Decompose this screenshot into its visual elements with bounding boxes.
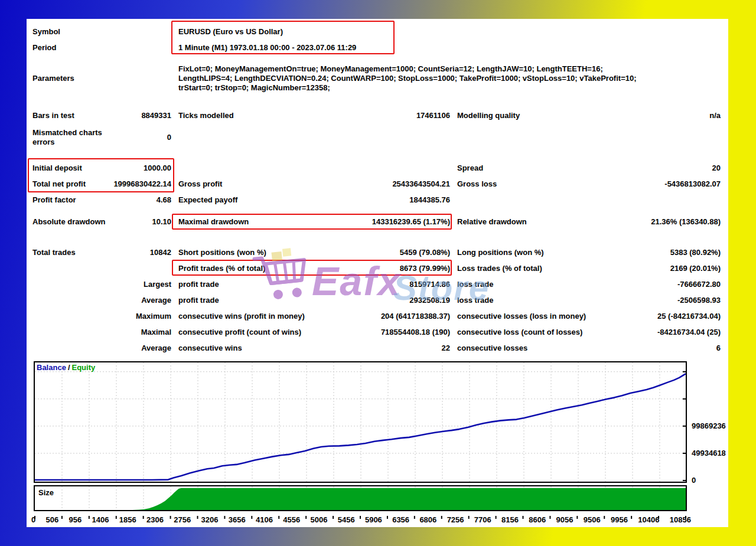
report-row: Profit trades (% of total)8673 (79.99%)L… — [32, 260, 721, 276]
size-chart-svg — [35, 486, 686, 510]
x-axis-label: 2756 — [174, 515, 191, 524]
x-axis-label: 10856 — [670, 515, 691, 524]
report-cell: Long positions (won %) — [450, 248, 575, 257]
legend-balance: Balance — [37, 363, 66, 372]
legend-separator: / — [66, 363, 72, 372]
report-row: Profit factor4.68Expected payoff1844385.… — [32, 192, 721, 208]
report-cell: 2169 (20.01%) — [575, 264, 721, 273]
report-cell: 1000.00 — [109, 164, 171, 173]
report-cell: Short positions (won %) — [171, 248, 302, 257]
report-cell: -5436813082.07 — [575, 179, 721, 189]
x-axis-labels: 0506956140618562306275632063656410645565… — [31, 515, 691, 524]
x-axis-label: 7256 — [447, 515, 464, 524]
report-row: Maximalconsecutive profit (count of wins… — [32, 324, 721, 340]
report-cell: loss trade — [450, 296, 575, 305]
x-axis-label: 6356 — [392, 515, 409, 524]
x-axis-label: 9956 — [611, 515, 628, 524]
report-cell: n/a — [575, 111, 721, 120]
report-cell: FixLot=0; MoneyManagementOn=true; MoneyM… — [171, 64, 721, 93]
report-cell: 8849331 — [109, 111, 171, 120]
x-axis-label: 2306 — [146, 515, 164, 524]
report-cell: profit trade — [171, 296, 302, 305]
x-axis-label: 0 — [31, 515, 35, 524]
report-cell: Absolute drawdown — [32, 217, 109, 227]
report-cell: Gross loss — [450, 179, 575, 189]
x-axis-ticks — [34, 512, 687, 515]
report-cell: 25433643504.21 — [302, 179, 450, 189]
report-cell: 22 — [302, 344, 450, 353]
report-cell: Bars in test — [32, 111, 109, 120]
report-cell: Maximal drawdown — [171, 217, 302, 227]
report-row: Period1 Minute (M1) 1973.01.18 00:00 - 2… — [32, 40, 721, 55]
report-cell: EURUSD (Euro vs US Dollar) — [171, 27, 721, 37]
report-cell: Maximum — [109, 312, 171, 321]
report-row: Absolute drawdown10.10Maximal drawdown14… — [32, 208, 721, 236]
report-cell: 204 (641718388.37) — [302, 312, 450, 321]
balance-chart-svg — [35, 362, 686, 482]
report-cell: -2506598.93 — [575, 296, 721, 305]
report-cell: 10.10 — [109, 217, 171, 227]
x-axis-label: 1406 — [92, 515, 109, 524]
report-table: SymbolEURUSD (Euro vs US Dollar)Period1 … — [27, 19, 728, 356]
report-row: ParametersFixLot=0; MoneyManagementOn=tr… — [32, 55, 721, 102]
x-axis-label: 3206 — [201, 515, 219, 524]
report-cell: 19996830422.14 — [109, 179, 171, 189]
x-axis-label: 1856 — [119, 515, 136, 524]
report-cell: profit trade — [171, 280, 302, 289]
x-axis-label: 9506 — [584, 515, 601, 524]
report-cell: Relative drawdown — [450, 217, 575, 227]
y-axis-label: 99869236 — [692, 421, 726, 430]
y-axis-labels: 99869236499346180 — [692, 361, 728, 483]
strategy-tester-report: { "report": { "rows": [ {"wide":true, "c… — [0, 0, 756, 546]
report-cell: consecutive losses (loss in money) — [450, 312, 575, 321]
report-cell: Mismatched charts errors — [32, 128, 109, 147]
report-cell: 17461106 — [302, 111, 450, 120]
report-cell: Spread — [450, 164, 575, 173]
x-axis-label: 8156 — [501, 515, 519, 524]
y-axis-label: 49934618 — [692, 449, 726, 457]
report-cell: Parameters — [32, 74, 109, 83]
report-cell: Initial deposit — [32, 164, 109, 173]
report-row: Total net profit19996830422.14Gross prof… — [32, 176, 721, 192]
report-cell: 1844385.76 — [302, 195, 450, 205]
report-cell: consecutive loss (count of losses) — [450, 328, 575, 337]
report-cell: -84216734.04 (25) — [575, 328, 721, 337]
x-axis-label: 956 — [69, 515, 82, 524]
report-row: Initial deposit1000.00Spread20 — [32, 160, 721, 176]
report-row: Mismatched charts errors0 — [32, 123, 721, 152]
report-row: Largestprofit trade8159714.86loss trade-… — [32, 276, 721, 292]
report-row: Bars in test8849331Ticks modelled1746110… — [32, 107, 721, 123]
x-axis-label: 8606 — [529, 515, 546, 524]
report-cell: 25 (-84216734.04) — [575, 312, 721, 321]
report-cell: Profit trades (% of total) — [171, 264, 302, 273]
x-axis-label: 5456 — [338, 515, 355, 524]
report-cell: 2932508.19 — [302, 296, 450, 305]
report-cell: 5459 (79.08%) — [302, 248, 450, 257]
report-cell: Period — [32, 43, 109, 53]
report-cell: Largest — [109, 280, 171, 289]
report-cell: -7666672.80 — [575, 280, 721, 289]
x-axis-label: 4106 — [256, 515, 273, 524]
report-cell: 20 — [575, 164, 721, 173]
report-cell: 10842 — [109, 248, 171, 257]
report-cell: 1 Minute (M1) 1973.01.18 00:00 - 2023.07… — [171, 43, 721, 53]
report-cell: Profit factor — [32, 195, 109, 205]
report-cell: Total net profit — [32, 179, 109, 189]
report-cell: 8673 (79.99%) — [302, 264, 450, 273]
x-axis-label: 6806 — [419, 515, 436, 524]
report-cell: 5383 (80.92%) — [575, 248, 721, 257]
report-row: Averageconsecutive wins22consecutive los… — [32, 340, 721, 356]
report-cell: 143316239.65 (1.17%) — [302, 217, 450, 227]
x-axis-label: 9056 — [556, 515, 573, 524]
report-cell: Modelling quality — [450, 111, 575, 120]
report-cell: Total trades — [32, 248, 109, 257]
report-cell: 4.68 — [109, 195, 171, 205]
report-cell: Average — [109, 296, 171, 305]
report-row: Averageprofit trade2932508.19loss trade-… — [32, 292, 721, 308]
report-cell: Gross profit — [171, 179, 302, 189]
report-cell: loss trade — [450, 280, 575, 289]
legend-equity: Equity — [72, 363, 96, 372]
x-axis-label: 5006 — [310, 515, 327, 524]
chart-legend: Balance/Equity — [37, 363, 95, 372]
size-chart: Size — [34, 485, 687, 511]
